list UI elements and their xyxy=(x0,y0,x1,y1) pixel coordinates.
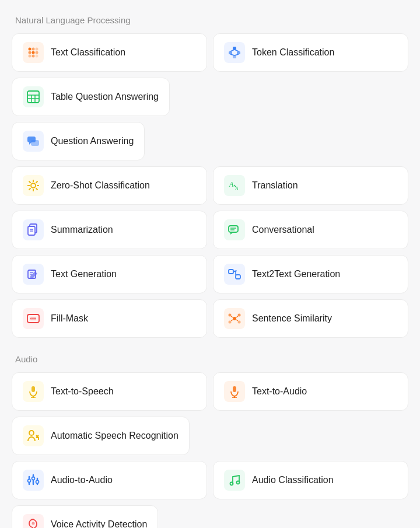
label-text2text-generation: Text2Text Generation xyxy=(252,269,340,279)
svg-point-71 xyxy=(32,477,35,480)
icon-nodes-blue xyxy=(224,42,245,63)
card-text-generation[interactable]: Text Generation xyxy=(12,255,207,293)
label-text-generation: Text Generation xyxy=(51,269,117,279)
label-table-question-answering: Table Question Answering xyxy=(51,92,159,102)
section-nlp: Natural Language Processing Text Classif… xyxy=(12,15,408,338)
svg-point-7 xyxy=(32,55,35,58)
icon-music-green xyxy=(224,470,245,491)
svg-point-53 xyxy=(238,314,241,317)
svg-rect-10 xyxy=(229,51,232,54)
svg-rect-47 xyxy=(236,275,240,279)
row-nlp-3: Zero-Shot Classification A A Translation xyxy=(12,166,408,205)
card-text-classification[interactable]: Text Classification xyxy=(12,33,207,72)
card-text-to-audio[interactable]: Text-to-Audio xyxy=(213,372,408,411)
row-audio-0: Text-to-Speech Text-to-Audio xyxy=(12,372,408,411)
svg-line-58 xyxy=(231,320,233,321)
svg-line-14 xyxy=(235,50,239,51)
card-text-to-speech[interactable]: Text-to-Speech xyxy=(12,372,207,411)
svg-point-74 xyxy=(237,481,240,484)
svg-line-15 xyxy=(230,54,235,55)
svg-point-66 xyxy=(29,431,34,435)
svg-point-3 xyxy=(29,51,32,54)
svg-rect-63 xyxy=(233,386,236,392)
card-zero-shot-classification[interactable]: Zero-Shot Classification xyxy=(12,166,207,205)
icon-copy-blue xyxy=(23,219,44,240)
label-conversational: Conversational xyxy=(252,225,314,235)
card-translation[interactable]: A A Translation xyxy=(213,166,408,205)
svg-line-16 xyxy=(235,54,239,55)
label-sentence-similarity: Sentence Similarity xyxy=(252,313,332,324)
svg-point-54 xyxy=(229,321,232,324)
icon-ear-red xyxy=(23,514,44,528)
row-nlp-0: Text Classification Token Classification xyxy=(12,33,408,72)
card-sentence-similarity[interactable]: Sentence Similarity xyxy=(213,299,408,338)
svg-point-52 xyxy=(229,314,232,317)
row-nlp-4: Summarization Conversational xyxy=(12,211,408,249)
label-audio-classification: Audio Classification xyxy=(252,475,334,485)
svg-point-6 xyxy=(29,55,32,58)
icon-mic-yellow xyxy=(23,381,44,402)
svg-rect-46 xyxy=(229,270,233,274)
card-question-answering[interactable]: Question Answering xyxy=(12,122,145,160)
label-summarization: Summarization xyxy=(51,225,113,235)
card-voice-activity-detection[interactable]: Voice Activity Detection xyxy=(12,505,158,528)
card-fill-mask[interactable]: Fill-Mask xyxy=(12,299,207,338)
svg-point-72 xyxy=(36,481,39,484)
svg-rect-23 xyxy=(31,140,39,146)
icon-star-yellow xyxy=(23,175,44,196)
card-automatic-speech-recognition[interactable]: Automatic Speech Recognition xyxy=(12,417,190,455)
icon-translate-green: A A xyxy=(224,175,245,196)
label-text-to-speech: Text-to-Speech xyxy=(51,386,114,397)
svg-line-32 xyxy=(29,188,31,190)
svg-line-59 xyxy=(236,320,238,321)
card-text2text-generation[interactable]: Text2Text Generation xyxy=(213,255,408,293)
label-text-classification: Text Classification xyxy=(51,47,125,58)
svg-point-0 xyxy=(29,48,32,51)
svg-rect-60 xyxy=(32,386,35,392)
grid-audio: Text-to-Speech Text-to-Audio Automatic S… xyxy=(12,372,408,528)
svg-line-57 xyxy=(236,316,238,317)
label-zero-shot-classification: Zero-Shot Classification xyxy=(51,180,150,191)
row-nlp-5: Text Generation Text2Text Generation xyxy=(12,255,408,293)
card-table-question-answering[interactable]: Table Question Answering xyxy=(12,78,170,116)
svg-point-75 xyxy=(32,522,35,525)
icon-edit-blue xyxy=(23,264,44,285)
svg-rect-40 xyxy=(229,226,238,232)
icon-person-yellow xyxy=(23,425,44,446)
icon-chat2-green xyxy=(224,219,245,240)
section-audio: Audio Text-to-Speech Text-to-Audio Autom… xyxy=(12,354,408,528)
card-audio-classification[interactable]: Audio Classification xyxy=(213,461,408,499)
card-conversational[interactable]: Conversational xyxy=(213,211,408,249)
svg-line-56 xyxy=(231,316,233,317)
label-fill-mask: Fill-Mask xyxy=(51,313,88,324)
card-token-classification[interactable]: Token Classification xyxy=(213,33,408,72)
label-audio-to-audio: Audio-to-Audio xyxy=(51,475,113,485)
svg-point-70 xyxy=(28,480,31,482)
row-audio-1: Automatic Speech Recognition xyxy=(12,417,408,455)
icon-table-green xyxy=(23,86,44,107)
section-title-audio: Audio xyxy=(12,354,408,364)
svg-point-8 xyxy=(36,55,38,58)
icon-arrows-blue xyxy=(224,264,245,285)
label-text-to-audio: Text-to-Audio xyxy=(252,386,307,397)
svg-line-13 xyxy=(230,50,235,51)
svg-point-4 xyxy=(32,51,35,54)
svg-point-2 xyxy=(36,48,38,51)
svg-rect-11 xyxy=(237,51,240,54)
label-token-classification: Token Classification xyxy=(252,47,334,58)
card-summarization[interactable]: Summarization xyxy=(12,211,207,249)
card-audio-to-audio[interactable]: Audio-to-Audio xyxy=(12,461,207,499)
svg-rect-12 xyxy=(233,55,236,58)
icon-mask-red xyxy=(23,308,44,329)
svg-line-31 xyxy=(36,181,38,183)
row-nlp-2: Question Answering xyxy=(12,122,408,160)
svg-point-5 xyxy=(36,51,38,54)
svg-rect-17 xyxy=(27,91,39,103)
svg-rect-9 xyxy=(233,47,236,50)
row-nlp-1: Table Question Answering xyxy=(12,78,408,116)
icon-equalizer-blue xyxy=(23,470,44,491)
svg-point-55 xyxy=(238,321,241,324)
icon-dots-orange xyxy=(23,42,44,63)
label-automatic-speech-recognition: Automatic Speech Recognition xyxy=(51,431,178,441)
svg-text:A: A xyxy=(229,180,234,188)
